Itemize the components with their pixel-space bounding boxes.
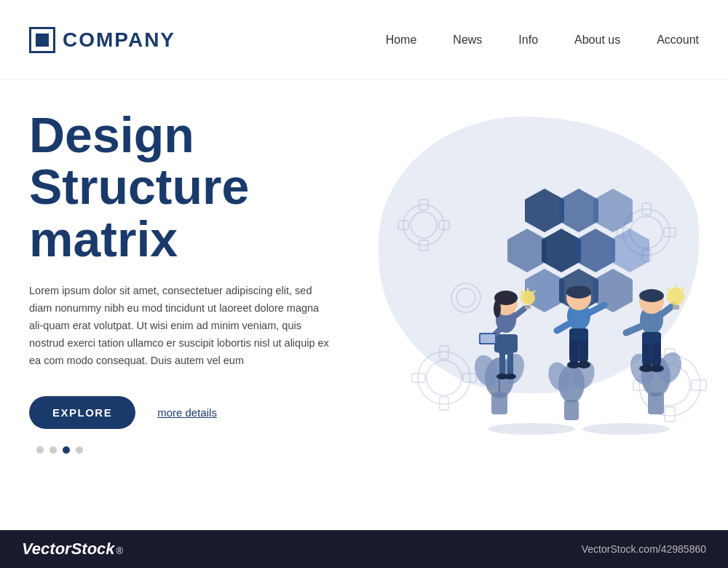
nav-links: Home News Info About us Account	[386, 33, 699, 47]
dot-4[interactable]	[76, 446, 83, 454]
explore-button[interactable]: EXPLORE	[29, 396, 135, 429]
nav-news[interactable]: News	[453, 33, 482, 47]
nav-about[interactable]: About us	[574, 33, 620, 47]
dot-2[interactable]	[50, 446, 57, 454]
nav-account[interactable]: Account	[657, 33, 699, 47]
hero-title-line2: Structure matrix	[29, 159, 249, 266]
svg-marker-27	[559, 189, 598, 232]
svg-point-77	[577, 361, 590, 368]
hero-title-line1: Design	[29, 107, 194, 162]
svg-rect-58	[507, 350, 513, 376]
navbar: COMPANY Home News Info About us Account	[0, 0, 728, 80]
footer-brand-area: VectorStock ®	[22, 540, 123, 559]
footer-watermark: VectorStock.com/42985860	[582, 543, 706, 555]
svg-marker-31	[576, 229, 615, 272]
nav-home[interactable]: Home	[386, 33, 417, 47]
svg-point-56	[494, 300, 501, 317]
svg-point-49	[488, 423, 575, 435]
cta-row: EXPLORE more details	[29, 396, 364, 429]
dot-1[interactable]	[36, 446, 44, 454]
logo-area: COMPANY	[29, 27, 175, 53]
more-details-link[interactable]: more details	[157, 406, 217, 419]
svg-rect-64	[480, 334, 495, 343]
svg-rect-41	[564, 400, 579, 420]
svg-point-60	[505, 374, 516, 379]
svg-point-82	[639, 289, 664, 302]
svg-line-93	[667, 288, 670, 291]
company-logo-icon	[29, 27, 55, 53]
svg-rect-91	[673, 305, 679, 309]
svg-rect-84	[643, 344, 651, 367]
svg-rect-85	[652, 344, 660, 367]
company-name: COMPANY	[63, 28, 175, 52]
svg-line-94	[681, 288, 684, 291]
svg-point-12	[418, 352, 470, 404]
svg-rect-23	[692, 380, 706, 390]
svg-point-25	[456, 288, 475, 307]
footer-bar: VectorStock ® VectorStock.com/42985860	[0, 530, 728, 568]
svg-point-0	[403, 205, 444, 245]
svg-point-1	[411, 212, 437, 238]
svg-marker-26	[525, 189, 564, 232]
page-wrapper: COMPANY Home News Info About us Account …	[0, 0, 728, 568]
hero-description: Lorem ipsum dolor sit amet, consectetuer…	[29, 283, 335, 370]
svg-marker-28	[593, 189, 633, 232]
hero-illustration	[364, 152, 713, 473]
svg-rect-21	[665, 407, 675, 422]
svg-point-72	[566, 285, 591, 299]
svg-marker-33	[525, 269, 564, 312]
main-content: Design Structure matrix Lorem ipsum dolo…	[0, 80, 728, 530]
svg-point-87	[649, 365, 664, 372]
svg-rect-53	[494, 334, 518, 352]
right-panel	[364, 109, 713, 516]
carousel-dots	[36, 446, 364, 454]
svg-marker-32	[610, 229, 649, 272]
svg-point-50	[582, 423, 670, 435]
nav-info[interactable]: Info	[518, 33, 538, 47]
svg-point-24	[451, 283, 480, 312]
svg-rect-75	[579, 340, 587, 363]
left-panel: Design Structure matrix Lorem ipsum dolo…	[29, 109, 364, 516]
footer-brand-name: VectorStock	[22, 540, 115, 559]
footer-reg-symbol: ®	[116, 545, 124, 556]
svg-point-13	[427, 360, 462, 395]
svg-rect-57	[499, 350, 505, 376]
svg-marker-30	[542, 229, 581, 272]
svg-line-68	[521, 291, 523, 293]
svg-marker-29	[507, 229, 547, 272]
logo-icon-inner	[36, 33, 49, 47]
svg-rect-74	[570, 340, 578, 363]
svg-rect-66	[525, 305, 531, 309]
hero-title: Design Structure matrix	[29, 109, 364, 265]
dot-3-active[interactable]	[63, 446, 70, 454]
